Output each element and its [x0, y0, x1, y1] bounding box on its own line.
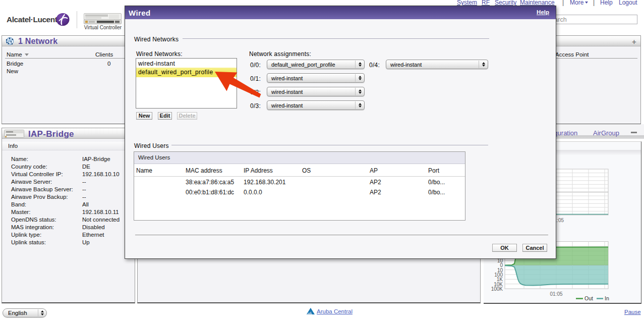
- svg-text:In: In: [605, 295, 609, 301]
- svg-text:Out: Out: [584, 295, 593, 301]
- svg-text:01:05: 01:05: [550, 291, 562, 297]
- svg-text:100K: 100K: [491, 286, 503, 292]
